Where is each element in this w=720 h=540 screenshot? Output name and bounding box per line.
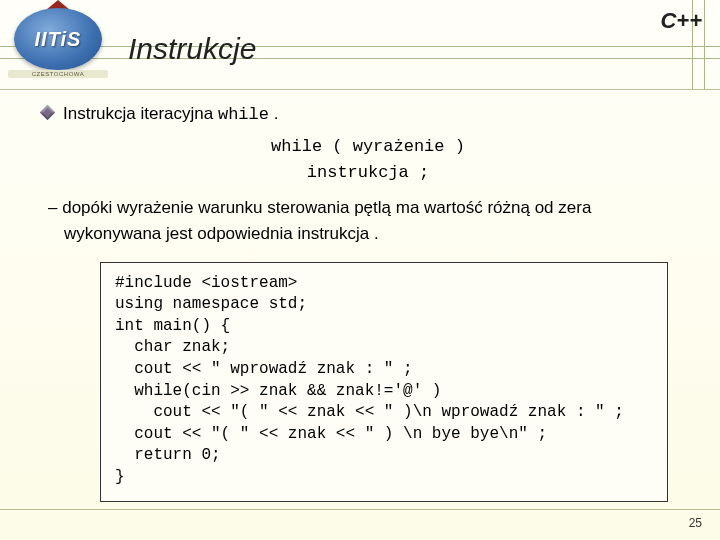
diamond-bullet-icon [40,105,56,121]
bullet-text-prefix: Instrukcja iteracyjna [63,104,218,123]
description: – dopóki wyrażenie warunku sterowania pę… [50,195,690,248]
desc-line-1: – dopóki wyrażenie warunku sterowania pę… [48,198,591,217]
syntax-block: while ( wyrażenie ) instrukcja ; [46,134,690,185]
slide-content: Instrukcja iteracyjna while . while ( wy… [0,90,720,502]
code-example: #include <iostream> using namespace std;… [100,262,668,502]
logo-banner: CZESTOCHOWA [8,70,108,78]
language-label: C++ [660,8,702,34]
university-logo: IITiS CZESTOCHOWA [8,2,108,80]
syntax-line-2: instrukcja ; [46,160,690,186]
slide-header: IITiS CZESTOCHOWA Instrukcje C++ [0,0,720,90]
page-number: 25 [689,516,702,530]
desc-line-2: wykonywana jest odpowiednia instrukcja . [64,221,379,247]
slide-title: Instrukcje [128,32,256,66]
bullet-item: Instrukcja iteracyjna while . [42,104,690,124]
syntax-line-1: while ( wyrażenie ) [46,134,690,160]
bullet-keyword: while [218,105,269,124]
logo-text: IITiS [35,28,82,51]
bullet-suffix: . [269,104,278,123]
